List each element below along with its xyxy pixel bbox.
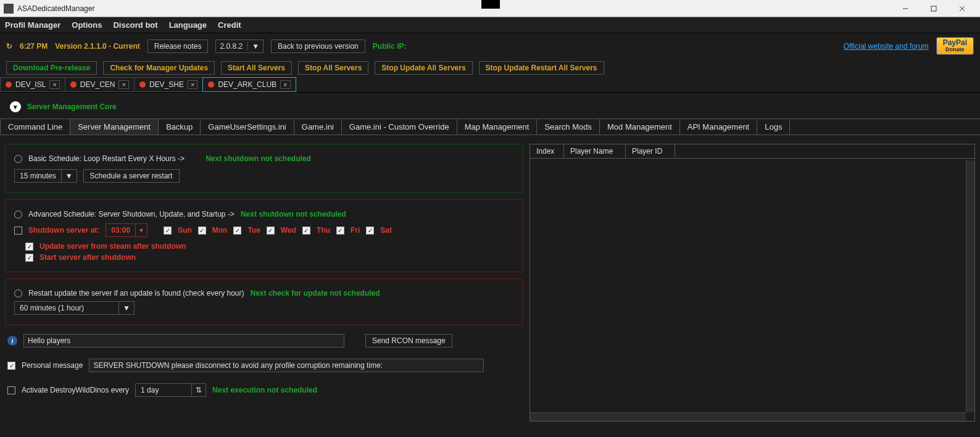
close-icon[interactable]: × — [118, 80, 128, 89]
server-tab-dev-she[interactable]: DEV_SHE × — [134, 77, 203, 92]
chevron-down-icon: ▼ — [61, 170, 77, 182]
day-fri-checkbox[interactable]: ✓ — [336, 227, 344, 235]
menu-language[interactable]: Language — [169, 20, 207, 30]
check-updates-button[interactable]: Check for Manager Updates — [103, 61, 215, 75]
day-mon-checkbox[interactable]: ✓ — [198, 227, 206, 235]
menu-profil[interactable]: Profil Manager — [5, 20, 60, 30]
col-player-id[interactable]: Player ID — [626, 144, 675, 158]
close-button[interactable] — [948, 0, 976, 17]
start-after-checkbox[interactable]: ✓ — [25, 254, 33, 262]
paypal-donate-button[interactable]: PayPal Donate — [936, 37, 974, 55]
minimize-button[interactable] — [891, 0, 920, 17]
restart-interval-select[interactable]: 60 minutes (1 hour) ▼ — [14, 301, 135, 315]
status-dot-icon — [139, 81, 146, 88]
day-wed-checkbox[interactable]: ✓ — [267, 227, 275, 235]
horizontal-scrollbar[interactable] — [530, 412, 966, 421]
destroy-interval-select[interactable]: 1 day ⇅ — [135, 383, 206, 397]
stop-update-restart-all-button[interactable]: Stop Update Restart All Servers — [479, 61, 604, 75]
tab-logs[interactable]: Logs — [757, 119, 790, 135]
restart-radio[interactable] — [14, 289, 22, 298]
tab-gameusersettings[interactable]: GameUserSettings.ini — [200, 119, 294, 135]
info-row: ↻ 6:27 PM Version 2.1.1.0 - Current Rele… — [0, 33, 980, 59]
version-label: Version 2.1.1.0 - Current — [55, 42, 139, 51]
tab-command-line[interactable]: Command Line — [0, 119, 70, 135]
menubar: Profil Manager Options Discord bot Langu… — [0, 17, 980, 33]
tab-api-management[interactable]: API Management — [679, 119, 757, 135]
refresh-icon[interactable]: ↻ — [6, 42, 12, 51]
schedule-restart-button[interactable]: Schedule a server restart — [83, 169, 180, 183]
col-player-name[interactable]: Player Name — [564, 144, 626, 158]
update-after-checkbox[interactable]: ✓ — [25, 243, 33, 251]
release-notes-button[interactable]: Release notes — [147, 40, 209, 53]
tab-backup[interactable]: Backup — [158, 119, 201, 135]
shutdown-label: Shutdown server at: — [28, 226, 99, 235]
rcon-input[interactable] — [23, 334, 344, 348]
download-pre-release-button[interactable]: Download Pre-release — [6, 61, 97, 75]
day-sat-checkbox[interactable]: ✓ — [366, 227, 374, 235]
day-thu-label: Thu — [317, 226, 330, 235]
basic-schedule-panel: Basic Schedule: Loop Restart Every X Hou… — [5, 144, 523, 193]
paypal-label: PayPal — [943, 38, 967, 47]
advanced-status: Next shutdown not scheduled — [241, 210, 346, 218]
menu-credit[interactable]: Credit — [218, 20, 241, 30]
official-link[interactable]: Official website and forum — [844, 42, 929, 51]
window-title: ASADedicatedManager — [17, 4, 94, 13]
col-index[interactable]: Index — [530, 144, 564, 158]
vertical-scrollbar[interactable] — [966, 160, 974, 412]
day-tue-checkbox[interactable]: ✓ — [233, 227, 241, 235]
server-tab-dev-ark-club[interactable]: DEV_ARK_CLUB × — [202, 77, 296, 92]
day-tue-label: Tue — [247, 226, 260, 235]
status-dot-icon — [70, 81, 77, 88]
shutdown-time-select[interactable]: 03:00 ▾ — [106, 223, 147, 237]
server-tab-label: DEV_ARK_CLUB — [218, 80, 276, 89]
restart-update-panel: Restart update the server if an update i… — [5, 278, 523, 325]
server-tab-label: DEV_CEN — [80, 80, 115, 89]
tab-game-ini[interactable]: Game.ini — [294, 119, 342, 135]
stop-all-button[interactable]: Stop All Servers — [298, 61, 368, 75]
chevron-down-circle-icon[interactable]: ▾ — [10, 101, 21, 112]
back-version-button[interactable]: Back to previous version — [271, 40, 365, 53]
send-rcon-button[interactable]: Send RCON message — [365, 334, 452, 348]
tab-map-management[interactable]: Map Management — [457, 119, 538, 135]
basic-interval-select[interactable]: 15 minutes ▼ — [14, 169, 77, 183]
tab-search-mods[interactable]: Search Mods — [536, 119, 600, 135]
advanced-schedule-panel: Advanced Schedule: Server Shutdown, Upda… — [5, 199, 523, 272]
menu-discord[interactable]: Discord bot — [113, 20, 157, 30]
app-icon — [4, 4, 14, 14]
tab-server-management[interactable]: Server Management — [70, 119, 159, 135]
advanced-radio[interactable] — [14, 210, 22, 218]
maximize-button[interactable] — [920, 0, 948, 17]
public-ip-label: Public IP: — [373, 42, 407, 51]
tab-mod-management[interactable]: Mod Management — [599, 119, 680, 135]
close-icon[interactable]: × — [280, 80, 290, 89]
tab-game-ini-custom[interactable]: Game.ini - Custom Override — [341, 119, 457, 135]
day-thu-checkbox[interactable]: ✓ — [302, 227, 310, 235]
players-body — [530, 159, 974, 421]
shutdown-enable-checkbox[interactable] — [14, 227, 22, 235]
server-tab-dev-cen[interactable]: DEV_CEN × — [65, 77, 135, 92]
action-row: Download Pre-release Check for Manager U… — [0, 59, 980, 77]
chevron-down-icon: ▼ — [247, 42, 259, 51]
close-icon[interactable]: × — [49, 80, 59, 89]
restart-status: Next check for update not scheduled — [251, 289, 380, 298]
server-tab-label: DEV_SHE — [149, 80, 184, 89]
sub-tabs: Command Line Server Management Backup Ga… — [0, 119, 980, 135]
start-all-button[interactable]: Start All Servers — [221, 61, 292, 75]
build-select[interactable]: 2.0.8.2 ▼ — [215, 40, 264, 53]
chevron-down-icon: ▼ — [118, 302, 134, 314]
basic-radio[interactable] — [14, 155, 22, 163]
menu-options[interactable]: Options — [72, 20, 102, 30]
players-header: Index Player Name Player ID — [530, 144, 974, 159]
content-area: Basic Schedule: Loop Restart Every X Hou… — [0, 135, 980, 427]
basic-label: Basic Schedule: Loop Restart Every X Hou… — [28, 154, 185, 163]
destroy-checkbox[interactable] — [7, 386, 15, 394]
shutdown-time-value: 03:00 — [106, 224, 135, 236]
close-icon[interactable]: × — [188, 80, 197, 89]
server-tab-dev-isl[interactable]: DEV_ISL × — [0, 77, 65, 92]
personal-label: Personal message — [22, 361, 83, 370]
personal-checkbox[interactable]: ✓ — [7, 362, 15, 370]
stop-update-all-button[interactable]: Stop Update All Servers — [375, 61, 472, 75]
day-sun-checkbox[interactable]: ✓ — [164, 227, 172, 235]
personal-input[interactable] — [89, 359, 484, 372]
day-fri-label: Fri — [351, 226, 360, 235]
